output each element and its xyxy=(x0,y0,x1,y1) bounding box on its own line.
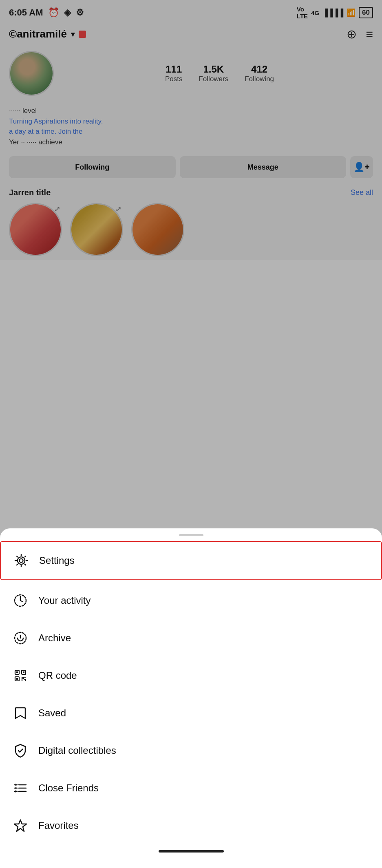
home-indicator xyxy=(0,844,382,856)
your-activity-label: Your activity xyxy=(38,595,91,606)
close-friends-label: Close Friends xyxy=(38,782,99,794)
bottom-sheet: Settings Your activity Archive xyxy=(0,528,382,868)
menu-item-your-activity[interactable]: Your activity xyxy=(0,582,382,619)
sheet-handle xyxy=(0,528,382,539)
svg-point-1 xyxy=(18,557,25,564)
svg-point-0 xyxy=(20,559,23,563)
qr-code-label: QR code xyxy=(38,670,77,681)
svg-rect-7 xyxy=(16,671,18,673)
gear-icon xyxy=(12,552,30,570)
settings-label: Settings xyxy=(39,555,75,566)
shield-check-icon xyxy=(11,742,29,760)
bookmark-icon xyxy=(11,704,29,722)
menu-item-archive[interactable]: Archive xyxy=(0,619,382,657)
menu-item-qr-code[interactable]: QR code xyxy=(0,657,382,694)
svg-marker-17 xyxy=(15,787,17,789)
archive-icon xyxy=(11,629,29,647)
close-friends-icon xyxy=(11,779,29,797)
activity-icon xyxy=(11,592,29,610)
menu-item-settings[interactable]: Settings xyxy=(0,541,382,580)
home-bar xyxy=(159,850,224,853)
menu-item-favorites[interactable]: Favorites xyxy=(0,807,382,844)
menu-item-saved[interactable]: Saved xyxy=(0,694,382,732)
archive-label: Archive xyxy=(38,632,71,644)
saved-label: Saved xyxy=(38,707,66,719)
menu-item-close-friends[interactable]: Close Friends xyxy=(0,769,382,807)
svg-rect-8 xyxy=(23,671,24,673)
svg-marker-18 xyxy=(15,790,17,793)
qr-code-icon xyxy=(11,667,29,685)
svg-marker-19 xyxy=(14,820,26,831)
star-icon xyxy=(11,817,29,835)
svg-rect-9 xyxy=(16,678,18,680)
menu-item-digital-collectibles[interactable]: Digital collectibles xyxy=(0,732,382,769)
digital-collectibles-label: Digital collectibles xyxy=(38,745,116,756)
sheet-handle-bar xyxy=(179,534,203,536)
favorites-label: Favorites xyxy=(38,820,79,831)
svg-marker-16 xyxy=(15,784,17,786)
